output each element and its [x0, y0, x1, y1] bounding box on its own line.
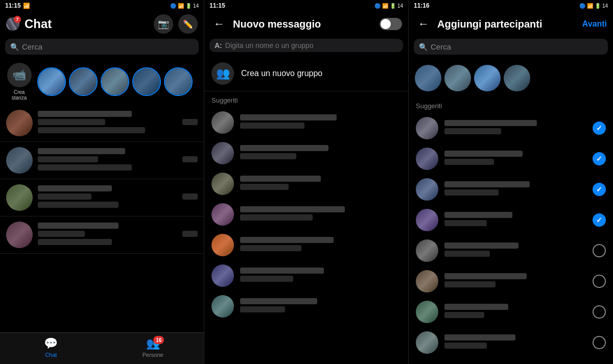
story-2[interactable] [69, 67, 98, 96]
participant-item[interactable] [409, 327, 613, 358]
status-time-3: 11:16 [414, 2, 430, 9]
recipient-input[interactable] [225, 41, 398, 50]
chat-content [38, 148, 172, 173]
suggested-label-2: Suggeriti [204, 91, 408, 107]
search-placeholder-1: Cerca [22, 42, 42, 51]
search-bar-1[interactable]: 🔍 Cerca [5, 39, 199, 55]
contact-item[interactable] [204, 230, 408, 260]
user-avatar-container: 7 [6, 17, 19, 31]
nav-chat[interactable]: 💬 Chat [0, 337, 102, 358]
participant-item[interactable] [409, 266, 613, 297]
contact-list [204, 107, 408, 364]
group-icon: 👥 [211, 62, 234, 85]
to-label: A: [215, 41, 222, 50]
chat-content [38, 223, 172, 247]
bluetooth-icon-1: 🔵 [170, 3, 176, 9]
status-bar-3: 11:16 🔵 📶 🔋 14 [409, 0, 613, 11]
back-button-3[interactable]: ← [415, 17, 432, 31]
status-bar-2: 11:15 🔵 📶 🔋 14 [204, 0, 408, 11]
chat-item[interactable] [0, 142, 204, 179]
chat-meta [177, 193, 198, 202]
stories-row: 📹 Creastanza [0, 59, 204, 105]
search-bar-3[interactable]: 🔍 Cerca [414, 39, 608, 55]
story-5[interactable] [164, 67, 193, 96]
selected-avatar-1 [415, 65, 441, 91]
panel-new-message: 11:15 🔵 📶 🔋 14 ← Nuovo messaggio A: 👥 Cr… [204, 0, 409, 364]
add-participants-header: ← Aggiungi partecipanti Avanti [409, 11, 613, 37]
panel-add-participants: 11:16 🔵 📶 🔋 14 ← Aggiungi partecipanti A… [409, 0, 613, 364]
contact-item[interactable] [204, 107, 408, 138]
check-circle-4[interactable] [593, 213, 606, 227]
story-1[interactable] [37, 67, 66, 96]
search-icon-1: 🔍 [10, 43, 19, 51]
participant-item[interactable] [409, 113, 613, 143]
status-bar-1: 11:15 📶 🔵 📶 🔋 14 [0, 0, 204, 11]
new-message-title: Nuovo messaggio [233, 18, 374, 30]
selected-avatar-2 [444, 65, 471, 91]
chat-list [0, 105, 204, 332]
participant-item[interactable] [409, 297, 613, 327]
chat-title: Chat [25, 17, 149, 31]
check-circle-1[interactable] [593, 122, 606, 135]
stories-strip [37, 64, 193, 100]
participant-item[interactable] [409, 235, 613, 266]
participant-item[interactable] [409, 174, 613, 205]
contact-item[interactable] [204, 291, 408, 322]
story-3[interactable] [101, 67, 129, 96]
new-message-header: ← Nuovo messaggio [204, 11, 408, 37]
nav-people-label: Persone [143, 352, 163, 358]
selected-avatar-4 [504, 65, 530, 91]
create-group-row[interactable]: 👥 Crea un nuovo gruppo [204, 56, 408, 91]
participant-item[interactable] [409, 205, 613, 235]
chat-meta [177, 156, 198, 164]
participant-item[interactable] [409, 143, 613, 174]
contact-item[interactable] [204, 138, 408, 168]
to-field[interactable]: A: [209, 39, 403, 52]
battery-icon-1: 🔋 [185, 3, 192, 9]
wifi-icon-1: 📶 [178, 3, 184, 9]
battery-icon-2: 🔋 [390, 3, 396, 9]
nav-chat-label: Chat [45, 352, 57, 358]
battery-level-1: 14 [193, 3, 199, 9]
check-circle-7[interactable] [593, 305, 606, 319]
chat-content [38, 185, 172, 210]
create-group-label: Crea un nuovo gruppo [241, 69, 322, 78]
chat-item[interactable] [0, 105, 204, 142]
contact-item[interactable] [204, 168, 408, 199]
selected-avatars-row [409, 59, 613, 97]
chat-item[interactable] [0, 179, 204, 216]
check-circle-2[interactable] [593, 152, 606, 165]
story-4[interactable] [132, 67, 161, 96]
create-room-label: Creastanza [12, 89, 27, 101]
compose-icon: ✏️ [183, 19, 193, 29]
camera-button[interactable]: 📷 [154, 14, 173, 34]
camera-icon: 📷 [158, 18, 169, 30]
battery-level-3: 14 [602, 3, 608, 9]
chat-meta [177, 119, 198, 127]
panel-chat: 11:15 📶 🔵 📶 🔋 14 7 Chat 📷 ✏️ 🔍 Cerca 📹 [0, 0, 204, 364]
check-circle-3[interactable] [593, 183, 606, 196]
avanti-button[interactable]: Avanti [582, 19, 607, 29]
create-room-button[interactable]: 📹 Creastanza [5, 63, 33, 101]
chat-nav-icon: 💬 [44, 337, 58, 350]
chat-meta [177, 231, 198, 239]
status-time-2: 11:15 [209, 2, 225, 9]
toggle-switch[interactable] [380, 18, 402, 30]
contact-item[interactable] [204, 260, 408, 291]
check-circle-8[interactable] [593, 336, 606, 349]
back-button-2[interactable]: ← [210, 17, 228, 31]
contact-item[interactable] [204, 199, 408, 230]
nav-people[interactable]: 👥 16 Persone [102, 337, 204, 358]
bluetooth-icon-3: 🔵 [579, 3, 585, 9]
people-badge: 16 [153, 336, 164, 344]
signal-icon-1: 📶 [23, 3, 30, 9]
bottom-nav: 💬 Chat 👥 16 Persone [0, 332, 204, 364]
check-circle-5[interactable] [593, 244, 606, 257]
compose-button[interactable]: ✏️ [178, 14, 198, 34]
wifi-icon-2: 📶 [382, 3, 388, 9]
chat-header: 7 Chat 📷 ✏️ [0, 11, 204, 37]
notification-badge: 7 [14, 16, 21, 23]
chat-item[interactable] [0, 216, 204, 254]
check-circle-6[interactable] [593, 275, 606, 288]
status-left-1: 11:15 📶 [5, 2, 30, 9]
